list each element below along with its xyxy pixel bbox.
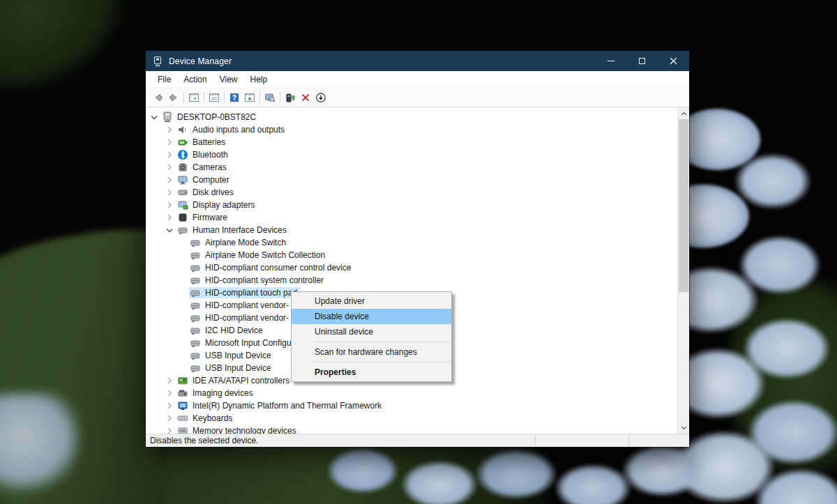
chevron-down-icon[interactable]: [164, 224, 175, 236]
show-console-tree-button[interactable]: [186, 90, 202, 105]
hid-icon: [190, 312, 201, 323]
chevron-down-icon[interactable]: [149, 112, 160, 123]
context-menu: Update driverDisable deviceUninstall dev…: [291, 291, 452, 382]
chevron-right-icon[interactable]: [164, 413, 175, 424]
chevron-right-icon[interactable]: [164, 137, 175, 148]
toolbar-separator: [204, 92, 204, 103]
chevron-right-icon[interactable]: [164, 149, 175, 160]
properties-button[interactable]: [206, 90, 222, 105]
tree-item-label: Computer: [190, 174, 232, 185]
toolbar-separator: [259, 92, 260, 103]
show-action-pane-button[interactable]: [242, 90, 257, 105]
tree-item-label: Airplane Mode Switch: [203, 237, 288, 248]
menu-action[interactable]: Action: [177, 72, 213, 87]
close-button[interactable]: [658, 51, 689, 71]
tree-item-content: Airplane Mode Switch: [189, 237, 289, 248]
toolbar-separator: [224, 92, 225, 103]
context-menu-item-properties[interactable]: Properties: [292, 365, 451, 380]
tree-item-intel-r-dynamic-platform-and-thermal-framework[interactable]: Intel(R) Dynamic Platform and Thermal Fr…: [146, 399, 677, 412]
tree-item-label: Intel(R) Dynamic Platform and Thermal Fr…: [190, 400, 384, 411]
tree-item-computer[interactable]: Computer: [146, 174, 677, 186]
chevron-right-icon[interactable]: [164, 425, 175, 434]
statusbar-divider: [628, 436, 629, 445]
audio-icon: [177, 124, 188, 135]
scrollbar-thumb[interactable]: [679, 119, 688, 292]
scroll-down-button[interactable]: [678, 422, 689, 434]
tree-item-content: Batteries: [176, 137, 228, 148]
tree-item-batteries[interactable]: Batteries: [146, 136, 677, 148]
tree-item-content: Computer: [176, 174, 232, 185]
tree-item-hid-compliant-system-controller[interactable]: HID-compliant system controller: [146, 274, 677, 287]
update-driver-button[interactable]: [282, 90, 298, 105]
chevron-right-icon[interactable]: [164, 174, 175, 185]
chevron-right-icon[interactable]: [164, 124, 175, 135]
tree-item-hid-compliant-consumer-control-device[interactable]: HID-compliant consumer control device: [146, 261, 677, 274]
context-menu-item-scan-for-hardware-changes[interactable]: Scan for hardware changes: [292, 344, 451, 360]
context-menu-item-update-driver[interactable]: Update driver: [292, 293, 451, 309]
tree-item-human-interface-devices[interactable]: Human Interface Devices: [146, 224, 677, 236]
hid-icon: [190, 287, 201, 298]
tree-item-desktop-0bst82c[interactable]: DESKTOP-0BST82C: [146, 111, 677, 123]
tree-item-memory-technology-devices[interactable]: Memory technology devices: [146, 425, 677, 434]
tree-item-content: USB Input Device: [189, 350, 274, 361]
tree-item-disk-drives[interactable]: Disk drives: [146, 186, 677, 199]
menu-view[interactable]: View: [213, 72, 244, 87]
context-menu-item-uninstall-device[interactable]: Uninstall device: [292, 324, 451, 339]
forward-button[interactable]: [166, 90, 181, 105]
scan-for-hardware-changes-button[interactable]: [262, 90, 278, 105]
tree-item-imaging-devices[interactable]: Imaging devices: [146, 387, 677, 399]
toolbar-separator: [183, 92, 184, 103]
tree-item-label: Memory technology devices: [190, 425, 299, 434]
chevron-right-icon[interactable]: [164, 400, 175, 411]
chevron-right-icon[interactable]: [164, 388, 175, 399]
chevron-right-icon[interactable]: [164, 375, 175, 386]
maximize-button[interactable]: [626, 51, 658, 71]
titlebar[interactable]: Device Manager: [146, 51, 689, 71]
memory-icon: [177, 425, 188, 434]
chevron-right-icon[interactable]: [164, 187, 175, 198]
uninstall-device-button[interactable]: [298, 90, 313, 105]
tree-item-content: IDE ATA/ATAPI controllers: [176, 375, 292, 386]
scroll-up-button[interactable]: [678, 107, 689, 119]
svg-text:?: ?: [232, 93, 236, 102]
chevron-right-icon[interactable]: [164, 212, 175, 223]
tree-item-keyboards[interactable]: Keyboards: [146, 412, 677, 425]
tree-item-content: Imaging devices: [176, 388, 256, 399]
firmware-icon: [177, 212, 188, 223]
tree-item-firmware[interactable]: Firmware: [146, 211, 677, 224]
menu-file[interactable]: File: [151, 72, 177, 87]
show-action-pane-icon: [244, 92, 255, 103]
device-manager-window: Device Manager FileActionViewHelp ? DESK…: [146, 51, 689, 447]
tree-item-label: HID-compliant system controller: [203, 275, 326, 286]
uninstall-device-icon: [300, 92, 311, 103]
tree-item-airplane-mode-switch-collection[interactable]: Airplane Mode Switch Collection: [146, 249, 677, 261]
vertical-scrollbar[interactable]: [677, 107, 689, 434]
minimize-button[interactable]: [595, 51, 626, 71]
hid-icon: [190, 337, 201, 349]
menu-help[interactable]: Help: [244, 72, 274, 87]
show-console-tree-icon: [188, 92, 199, 103]
chevron-right-icon[interactable]: [164, 162, 175, 173]
back-button[interactable]: [151, 90, 166, 105]
tree-item-label: Imaging devices: [190, 388, 255, 399]
tree-item-bluetooth[interactable]: Bluetooth: [146, 148, 677, 161]
tree-item-content: Firmware: [176, 212, 230, 223]
tree-item-airplane-mode-switch[interactable]: Airplane Mode Switch: [146, 236, 677, 249]
tree-item-label: Batteries: [190, 137, 227, 148]
bluetooth-icon: [177, 149, 188, 160]
help-button[interactable]: ?: [227, 90, 242, 105]
help-icon: ?: [229, 92, 240, 103]
monitor-icon: [177, 174, 188, 185]
tree-item-cameras[interactable]: Cameras: [146, 161, 677, 174]
tree-item-content: Intel(R) Dynamic Platform and Thermal Fr…: [176, 400, 384, 411]
disable-device-button[interactable]: [313, 90, 329, 105]
hid-icon: [190, 237, 201, 248]
desktop: { "window": { "title": "Device Manager",…: [0, 0, 837, 504]
context-menu-item-disable-device[interactable]: Disable device: [292, 309, 451, 324]
chevron-right-icon[interactable]: [164, 199, 175, 211]
tree-item-content: Display adapters: [176, 199, 257, 211]
tree-item-display-adapters[interactable]: Display adapters: [146, 199, 677, 211]
hid-icon: [190, 262, 201, 273]
tree-item-content: Memory technology devices: [176, 425, 299, 434]
tree-item-audio-inputs-and-outputs[interactable]: Audio inputs and outputs: [146, 123, 677, 136]
